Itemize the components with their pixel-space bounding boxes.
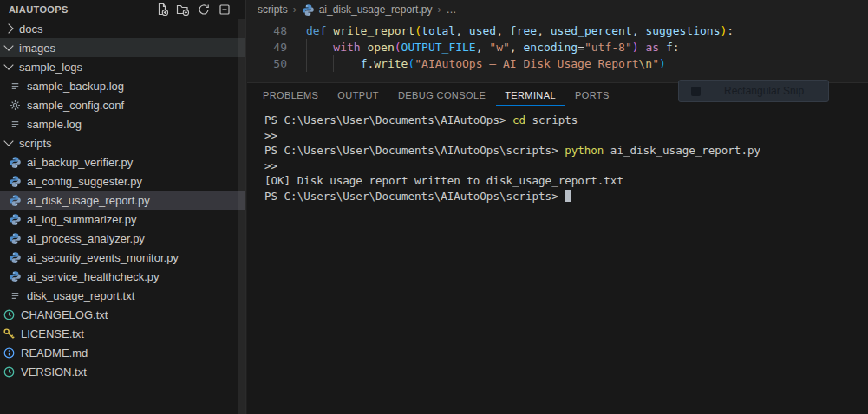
code-token: with xyxy=(333,41,367,54)
line-number: 50 xyxy=(247,55,287,72)
tree-file-ai_service_healthcheck.py[interactable]: ai_service_healthcheck.py xyxy=(0,267,245,286)
tree-file-sample.log[interactable]: sample.log xyxy=(0,114,245,133)
code-token: , xyxy=(537,24,551,37)
indent-guide xyxy=(333,55,334,72)
tree-folder-docs[interactable]: docs xyxy=(0,19,245,38)
terminal-line: >> xyxy=(264,158,868,174)
log-file-icon xyxy=(8,288,22,302)
python-icon xyxy=(8,212,22,226)
code-token: , xyxy=(455,24,469,37)
code-editor[interactable]: 4748def write_report(total, used, free, … xyxy=(247,19,868,81)
tree-file-ai_process_analyzer.py[interactable]: ai_process_analyzer.py xyxy=(0,229,245,248)
tree-item-label: disk_usage_report.txt xyxy=(27,289,134,302)
code-token: : xyxy=(673,41,680,54)
code-line-text: def write_report(total, used, free, used… xyxy=(306,23,734,39)
tree-file-ai_security_events_monitor.py[interactable]: ai_security_events_monitor.py xyxy=(0,248,245,267)
collapse-folders-icon[interactable] xyxy=(217,3,232,17)
terminal-text: python xyxy=(565,144,604,157)
tree-folder-scripts[interactable]: scripts xyxy=(0,133,245,152)
explorer-project-title: AIAUTOOPS xyxy=(9,4,69,15)
code-line[interactable]: 48def write_report(total, used, free, us… xyxy=(247,23,868,39)
refresh-explorer-icon[interactable] xyxy=(196,3,211,17)
panel-tab-ports[interactable]: PORTS xyxy=(566,85,618,106)
code-token: free xyxy=(510,24,537,37)
python-icon xyxy=(8,269,22,283)
code-token: ( xyxy=(414,24,421,37)
tree-file-CHANGELOG.txt[interactable]: CHANGELOG.txt xyxy=(0,305,245,324)
python-icon xyxy=(8,193,22,207)
tree-item-label: sample_logs xyxy=(19,61,82,74)
tree-file-ai_disk_usage_report.py[interactable]: ai_disk_usage_report.py xyxy=(0,191,245,210)
terminal-line: PS C:\Users\User\Documents\AIAutoOps\scr… xyxy=(264,189,868,204)
tree-file-sample_config.conf[interactable]: sample_config.conf xyxy=(0,95,245,114)
python-icon xyxy=(8,231,22,245)
chevron-down-icon xyxy=(3,41,13,50)
tree-file-ai_log_summarizer.py[interactable]: ai_log_summarizer.py xyxy=(0,210,245,229)
history-icon xyxy=(2,365,16,378)
terminal-cursor xyxy=(565,190,571,202)
code-token: , xyxy=(496,24,510,37)
tree-item-label: sample_backup.log xyxy=(27,80,124,93)
chevron-down-icon xyxy=(3,60,13,69)
line-number: 48 xyxy=(247,23,287,39)
tree-item-label: README.md xyxy=(21,346,88,359)
breadcrumb-separator-icon: › xyxy=(437,3,441,16)
tree-item-label: ai_disk_usage_report.py xyxy=(27,194,150,207)
panel-tab-output[interactable]: OUTPUT xyxy=(329,85,388,106)
panel-tab-debug-console[interactable]: DEBUG CONSOLE xyxy=(389,85,494,106)
panel-tab-problems[interactable]: PROBLEMS xyxy=(254,85,327,106)
code-token: "AIAutoOps — AI Disk Usage Report xyxy=(414,57,638,70)
new-folder-icon[interactable] xyxy=(175,3,190,17)
file-tree: docsimagessample_logssample_backup.logsa… xyxy=(0,19,245,414)
tree-item-label: sample.log xyxy=(27,118,82,131)
breadcrumb-segment[interactable]: … xyxy=(446,3,456,16)
tree-file-disk_usage_report.txt[interactable]: disk_usage_report.txt xyxy=(0,286,245,305)
code-line[interactable]: 49 with open(OUTPUT_FILE, "w", encoding=… xyxy=(247,39,868,55)
code-token: OUTPUT_FILE xyxy=(401,41,476,54)
python-icon xyxy=(8,250,22,264)
breadcrumb-segment[interactable]: scripts xyxy=(258,3,288,16)
breadcrumb: scripts›ai_disk_usage_report.py›… xyxy=(247,0,868,19)
tree-file-VERSION.txt[interactable]: VERSION.txt xyxy=(0,362,245,381)
snip-mode-label: Rectangular Snip xyxy=(724,85,804,97)
python-icon xyxy=(302,3,315,16)
terminal-text: ai_disk_usage_report.py xyxy=(604,144,760,157)
breadcrumb-separator-icon: › xyxy=(293,3,297,16)
explorer-header: AIAUTOOPS xyxy=(0,0,245,19)
tree-item-label: ai_security_events_monitor.py xyxy=(27,251,179,264)
tree-file-ai_backup_verifier.py[interactable]: ai_backup_verifier.py xyxy=(0,152,245,171)
tree-file-ai_config_suggester.py[interactable]: ai_config_suggester.py xyxy=(0,171,245,191)
rectangular-snip-overlay[interactable]: Rectangular Snip xyxy=(678,80,829,102)
code-token: used_percent xyxy=(551,24,632,37)
breadcrumb-segment[interactable]: ai_disk_usage_report.py xyxy=(319,3,433,16)
panel-tab-terminal[interactable]: TERMINAL xyxy=(496,85,565,106)
terminal-line: >> xyxy=(264,128,868,144)
tree-item-label: ai_process_analyzer.py xyxy=(27,232,145,245)
code-token xyxy=(306,41,333,54)
code-line-text: f.write("AIAutoOps — AI Disk Usage Repor… xyxy=(306,55,666,72)
tree-item-label: ai_log_summarizer.py xyxy=(27,213,136,226)
code-token: write xyxy=(374,57,408,70)
indent-guide xyxy=(306,39,307,55)
info-icon xyxy=(2,346,16,359)
tree-file-sample_backup.log[interactable]: sample_backup.log xyxy=(0,76,245,95)
new-file-icon[interactable] xyxy=(154,3,169,17)
tree-folder-images[interactable]: images xyxy=(0,38,245,57)
line-number: 49 xyxy=(247,39,287,55)
terminal-text: PS C:\Users\User\Documents\AIAutoOps\scr… xyxy=(264,190,565,203)
terminal-line: PS C:\Users\User\Documents\AIAutoOps\scr… xyxy=(264,143,868,158)
tree-item-label: ai_service_healthcheck.py xyxy=(27,270,159,283)
tree-file-README.md[interactable]: README.md xyxy=(0,343,245,362)
tree-item-label: images xyxy=(19,42,55,55)
code-token: f xyxy=(666,41,673,54)
terminal-text: PS C:\Users\User\Documents\AIAutoOps\scr… xyxy=(264,144,565,157)
terminal-text: >> xyxy=(264,129,277,142)
code-token: , xyxy=(476,41,490,54)
code-token: "utf-8" xyxy=(584,41,632,54)
code-line[interactable]: 50 f.write("AIAutoOps — AI Disk Usage Re… xyxy=(247,55,868,72)
tree-file-LICENSE.txt[interactable]: LICENSE.txt xyxy=(0,324,245,343)
terminal-output[interactable]: PS C:\Users\User\Documents\AIAutoOps> cd… xyxy=(247,107,868,204)
tree-folder-sample_logs[interactable]: sample_logs xyxy=(0,57,245,76)
sidebar-scrollbar[interactable] xyxy=(238,19,245,414)
tree-item-label: CHANGELOG.txt xyxy=(21,308,108,321)
